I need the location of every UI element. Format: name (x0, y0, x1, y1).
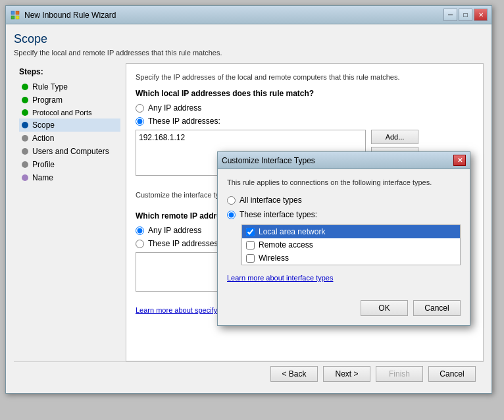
sidebar-item-protocol-ports[interactable]: Protocol and Ports (19, 107, 120, 118)
window-title: New Inbound Rule Wizard (24, 11, 443, 20)
spec-text: Specify the IP addresses of the local an… (136, 73, 474, 81)
dialog-cancel-button[interactable]: Cancel (413, 300, 461, 316)
local-section-title: Which local IP addresses does this rule … (136, 89, 474, 98)
sidebar-item-profile[interactable]: Profile (19, 158, 120, 171)
window-icon (10, 10, 20, 20)
these-interface-label[interactable]: These interface types: (239, 210, 317, 219)
all-interface-radio[interactable] (227, 196, 236, 205)
step-label-action: Action (32, 134, 54, 143)
svg-rect-2 (11, 16, 14, 19)
step-dot-rule-type (22, 84, 28, 90)
step-dot-protocol-ports (22, 109, 28, 116)
back-button[interactable]: < Back (270, 366, 318, 382)
step-label-profile: Profile (32, 160, 55, 169)
steps-panel: Steps: Rule Type Program Protocol and Po… (14, 63, 126, 361)
local-any-radio-row: Any IP address (136, 103, 474, 113)
iface-checkbox-remote[interactable] (246, 241, 255, 249)
step-dot-program (22, 97, 28, 103)
step-dot-scope (22, 122, 28, 128)
step-dot-profile (22, 161, 28, 168)
sidebar-item-program[interactable]: Program (19, 93, 120, 107)
remote-these-radio[interactable] (136, 240, 144, 248)
sidebar-item-users-computers[interactable]: Users and Computers (19, 145, 120, 158)
step-label-rule-type: Rule Type (32, 82, 68, 92)
svg-rect-1 (16, 11, 19, 14)
title-bar-buttons: ─ □ ✕ (443, 9, 488, 21)
cancel-button[interactable]: Cancel (428, 366, 476, 382)
local-these-radio[interactable] (136, 117, 144, 126)
page-subtitle: Specify the local and remote IP addresse… (14, 49, 484, 57)
sidebar-item-name[interactable]: Name (19, 171, 120, 184)
minimize-button[interactable]: ─ (443, 9, 457, 21)
steps-label: Steps: (19, 67, 120, 76)
step-label-program: Program (32, 95, 63, 105)
finish-button[interactable]: Finish (376, 366, 423, 382)
maximize-button[interactable]: □ (459, 9, 472, 21)
dialog-all-radio-row: All interface types (227, 196, 461, 205)
all-interface-label[interactable]: All interface types (239, 196, 302, 205)
interface-list: Local area network Remote access Wireles… (241, 224, 461, 265)
dialog-footer: OK Cancel (218, 300, 470, 325)
sidebar-item-rule-type[interactable]: Rule Type (19, 80, 120, 93)
local-any-label[interactable]: Any IP address (148, 103, 201, 113)
step-dot-action (22, 135, 28, 142)
customize-dialog: Customize Interface Types ✕ This rule ap… (217, 151, 470, 326)
local-ip-entry: 192.168.1.12 (139, 133, 363, 142)
page-title: Scope (14, 32, 484, 46)
remote-any-label[interactable]: Any IP address (148, 226, 201, 235)
remote-these-label[interactable]: These IP addresses: (148, 239, 220, 248)
iface-label-lan: Local area network (259, 227, 325, 236)
iface-item-remote[interactable]: Remote access (242, 238, 460, 251)
iface-label-remote: Remote access (259, 240, 313, 249)
step-label-name: Name (32, 173, 53, 182)
dialog-content: This rule applies to connections on the … (218, 169, 470, 300)
iface-checkbox-lan[interactable] (246, 228, 255, 236)
svg-rect-0 (11, 11, 14, 14)
close-button[interactable]: ✕ (474, 9, 488, 21)
step-dot-users-computers (22, 148, 28, 155)
sidebar-item-scope[interactable]: Scope (19, 118, 120, 132)
step-label-scope: Scope (32, 120, 55, 130)
step-label-protocol-ports: Protocol and Ports (32, 109, 92, 117)
sidebar-item-action[interactable]: Action (19, 132, 120, 145)
dialog-title: Customize Interface Types (222, 156, 453, 165)
next-button[interactable]: Next > (323, 366, 370, 382)
remote-any-radio[interactable] (136, 226, 144, 235)
dialog-learn-link[interactable]: Learn more about interface types (227, 274, 333, 282)
dialog-these-radio-row: These interface types: (227, 210, 461, 219)
dialog-close-button[interactable]: ✕ (453, 155, 466, 166)
title-bar: New Inbound Rule Wizard ─ □ ✕ (6, 6, 491, 24)
add-local-button[interactable]: Add... (371, 130, 418, 144)
local-these-label[interactable]: These IP addresses: (148, 117, 220, 126)
iface-item-lan[interactable]: Local area network (242, 225, 460, 238)
local-any-radio[interactable] (136, 104, 144, 113)
dialog-desc: This rule applies to connections on the … (227, 178, 461, 186)
step-dot-name (22, 174, 28, 181)
window-footer: < Back Next > Finish Cancel (14, 361, 484, 385)
svg-rect-3 (16, 16, 19, 19)
dialog-ok-button[interactable]: OK (361, 300, 408, 316)
dialog-title-bar: Customize Interface Types ✕ (218, 152, 470, 169)
iface-checkbox-wireless[interactable] (246, 254, 255, 263)
these-interface-radio[interactable] (227, 211, 236, 219)
local-these-radio-row: These IP addresses: (136, 117, 474, 126)
iface-label-wireless: Wireless (259, 253, 289, 263)
iface-item-wireless[interactable]: Wireless (242, 251, 460, 265)
step-label-users-computers: Users and Computers (32, 147, 109, 156)
